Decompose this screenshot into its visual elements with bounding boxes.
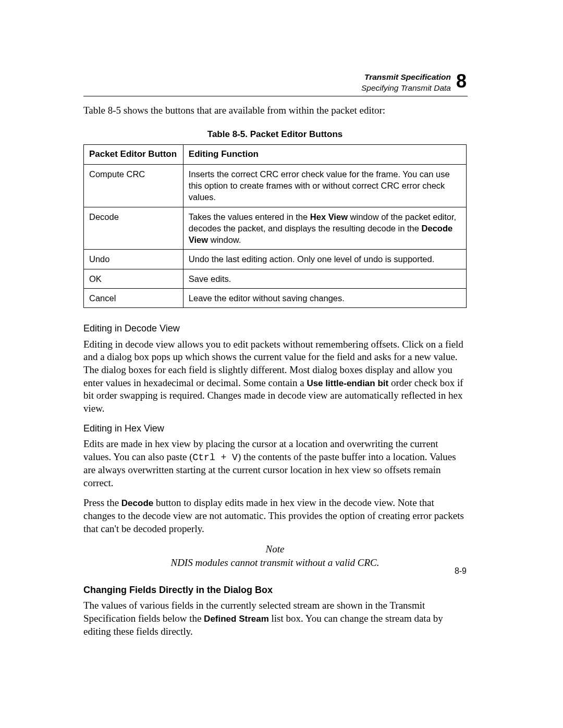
table-row: Decode Takes the values entered in the H…: [84, 207, 467, 250]
table-head-function: Editing Function: [183, 144, 466, 164]
table-row: Compute CRC Inserts the correct CRC erro…: [84, 164, 467, 207]
page-number: 8-9: [455, 566, 467, 577]
hex-view-paragraph-1: Edits are made in hex view by placing th…: [83, 438, 467, 489]
cell-desc: Undo the last editing action. Only one l…: [183, 250, 466, 269]
decode-view-paragraph: Editing in decode view allows you to edi…: [83, 338, 467, 415]
section-heading-hex-view: Editing in Hex View: [83, 423, 467, 435]
cell-button: OK: [84, 269, 183, 288]
cell-desc: Inserts the correct CRC error check valu…: [183, 164, 466, 207]
cell-button: Cancel: [84, 288, 183, 307]
header-title: Transmit Specification: [361, 72, 451, 83]
intro-paragraph: Table 8-5 shows the buttons that are ava…: [83, 104, 467, 117]
cell-button: Compute CRC: [84, 164, 183, 207]
changing-fields-paragraph: The values of various fields in the curr…: [83, 599, 467, 638]
cell-desc: Takes the values entered in the Hex View…: [183, 207, 466, 250]
cell-button: Decode: [84, 207, 183, 250]
table-row: Undo Undo the last editing action. Only …: [84, 250, 467, 269]
table-caption: Table 8-5. Packet Editor Buttons: [83, 129, 467, 140]
page-header: Transmit Specification Specifying Transm…: [361, 72, 467, 94]
header-subtitle: Specifying Transmit Data: [361, 83, 451, 94]
cell-button: Undo: [84, 250, 183, 269]
note-label: Note: [83, 543, 467, 556]
section-heading-changing-fields: Changing Fields Directly in the Dialog B…: [83, 584, 467, 596]
document-page: Transmit Specification Specifying Transm…: [0, 0, 563, 728]
table-header-row: Packet Editor Button Editing Function: [84, 144, 467, 164]
hex-view-paragraph-2: Press the Decode button to display edits…: [83, 497, 467, 535]
table-head-button: Packet Editor Button: [84, 144, 183, 164]
section-heading-decode-view: Editing in Decode View: [83, 323, 467, 335]
cell-desc: Leave the editor without saving changes.: [183, 288, 466, 307]
note-text: NDIS modules cannot transmit without a v…: [83, 557, 467, 570]
chapter-number: 8: [456, 72, 467, 91]
table-row: OK Save edits.: [84, 269, 467, 288]
cell-desc: Save edits.: [183, 269, 466, 288]
packet-editor-table: Packet Editor Button Editing Function Co…: [83, 144, 467, 308]
header-rule: [83, 96, 468, 96]
table-row: Cancel Leave the editor without saving c…: [84, 288, 467, 307]
